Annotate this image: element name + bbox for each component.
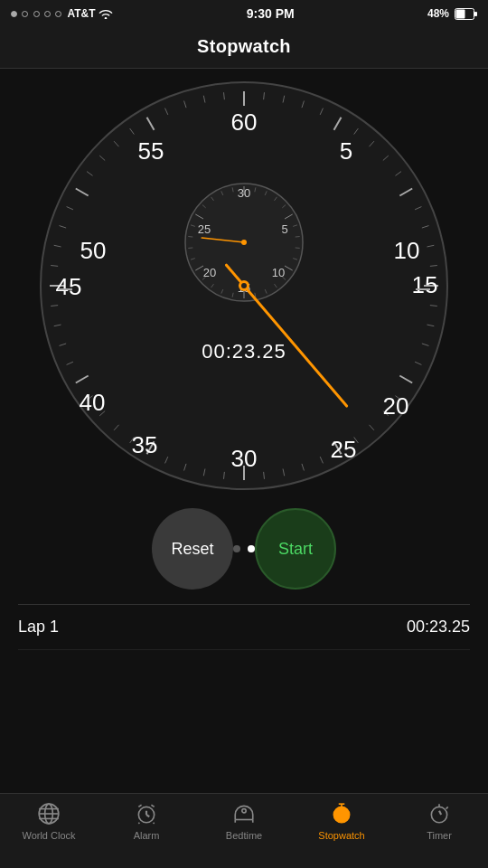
status-bar: AT&T 9:30 PM 48% — [0, 0, 488, 27]
svg-line-101 — [188, 248, 192, 249]
timer-icon — [427, 801, 452, 826]
svg-text:30: 30 — [231, 445, 258, 472]
tab-bar: World Clock Alarm — [0, 793, 488, 868]
lap-time: 00:23.25 — [407, 618, 470, 637]
svg-line-132 — [138, 823, 139, 824]
bed-icon — [231, 801, 257, 826]
svg-point-116 — [241, 240, 247, 245]
svg-text:10: 10 — [272, 266, 285, 279]
page-indicator — [233, 545, 255, 552]
tab-bedtime-label: Bedtime — [226, 830, 262, 841]
tab-alarm-label: Alarm — [134, 830, 160, 841]
svg-text:55: 55 — [138, 137, 164, 165]
svg-text:35: 35 — [132, 431, 158, 458]
svg-rect-2 — [456, 9, 465, 18]
svg-line-133 — [154, 823, 155, 824]
buttons-row: Reset Start — [116, 494, 372, 604]
svg-text:20: 20 — [203, 266, 216, 279]
page-dot-1 — [233, 545, 240, 552]
svg-text:20: 20 — [383, 392, 409, 420]
tab-timer-label: Timer — [427, 830, 452, 841]
signal-dots — [11, 7, 63, 20]
svg-text:5: 5 — [340, 137, 352, 165]
globe-icon — [36, 801, 61, 826]
tab-stopwatch[interactable]: Stopwatch — [293, 801, 390, 841]
svg-text:5: 5 — [281, 222, 287, 236]
battery-icon — [455, 8, 477, 20]
reset-button[interactable]: Reset — [152, 508, 233, 590]
svg-text:25: 25 — [198, 222, 211, 236]
svg-text:30: 30 — [238, 186, 250, 200]
status-time: 9:30 PM — [247, 6, 295, 21]
page-title: Stopwatch — [197, 36, 291, 56]
svg-line-87 — [296, 248, 300, 249]
wifi-icon — [99, 8, 113, 19]
stopwatch-icon — [329, 801, 354, 826]
lap-section: Lap 1 00:23.25 — [0, 604, 488, 650]
lap-row: Lap 1 00:23.25 — [18, 605, 470, 650]
alarm-icon — [134, 801, 159, 826]
svg-line-146 — [439, 811, 441, 815]
dial-svg: 60 5 10 15 20 25 30 35 40 45 5 — [36, 78, 452, 494]
svg-line-130 — [138, 805, 141, 807]
svg-line-145 — [446, 807, 448, 808]
tab-world-clock-label: World Clock — [22, 830, 75, 841]
svg-text:00:23.25: 00:23.25 — [202, 340, 286, 363]
svg-text:25: 25 — [331, 436, 357, 463]
svg-text:10: 10 — [394, 237, 420, 264]
svg-text:15: 15 — [412, 271, 438, 298]
svg-text:60: 60 — [231, 108, 258, 136]
page-header: Stopwatch — [0, 27, 488, 69]
tab-timer[interactable]: Timer — [390, 801, 488, 841]
svg-line-86 — [296, 237, 300, 238]
tab-stopwatch-label: Stopwatch — [318, 830, 364, 841]
svg-line-129 — [146, 815, 149, 816]
svg-text:45: 45 — [56, 273, 82, 300]
start-button[interactable]: Start — [255, 508, 336, 590]
page-dot-2 — [248, 545, 255, 552]
content-area: 60 5 10 15 20 25 30 35 40 45 5 — [0, 69, 488, 835]
tab-bedtime[interactable]: Bedtime — [195, 801, 293, 841]
battery-percent: 48% — [427, 7, 449, 20]
tab-alarm[interactable]: Alarm — [98, 801, 195, 841]
svg-rect-1 — [474, 12, 477, 16]
clock-area: 60 5 10 15 20 25 30 35 40 45 5 — [0, 69, 488, 604]
lap-label: Lap 1 — [18, 618, 59, 637]
svg-point-137 — [242, 809, 246, 813]
svg-point-143 — [431, 807, 446, 822]
svg-text:40: 40 — [80, 389, 106, 416]
svg-line-102 — [188, 237, 192, 238]
svg-text:50: 50 — [80, 237, 107, 264]
svg-point-142 — [341, 814, 343, 816]
status-left: AT&T — [11, 7, 113, 20]
tab-world-clock[interactable]: World Clock — [0, 801, 98, 841]
carrier-label: AT&T — [67, 7, 95, 20]
svg-line-131 — [151, 805, 154, 807]
status-right: 48% — [427, 7, 477, 20]
stopwatch-dial: 60 5 10 15 20 25 30 35 40 45 5 — [36, 78, 452, 494]
svg-point-121 — [241, 283, 247, 288]
